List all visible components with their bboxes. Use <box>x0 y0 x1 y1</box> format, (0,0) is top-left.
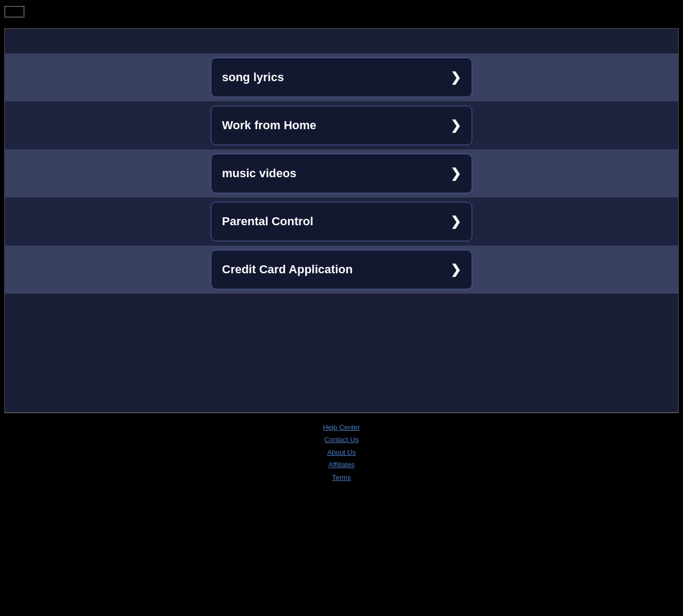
search-button-parental-control[interactable]: Parental Control❯ <box>211 202 472 241</box>
chevron-right-icon: ❯ <box>450 118 461 133</box>
search-item-row: music videos❯ <box>5 149 678 198</box>
related-searches-label <box>5 45 678 53</box>
search-button-music-videos[interactable]: music videos❯ <box>211 154 472 193</box>
search-button-text-work-from-home: Work from Home <box>222 119 316 132</box>
search-item-row: Credit Card Application❯ <box>5 246 678 294</box>
footer-link-about-us[interactable]: About Us <box>0 446 683 459</box>
chevron-right-icon: ❯ <box>450 70 461 85</box>
footer-link-affiliates[interactable]: Affiliates <box>0 459 683 471</box>
search-item-row: Work from Home❯ <box>5 101 678 149</box>
search-button-work-from-home[interactable]: Work from Home❯ <box>211 106 472 145</box>
footer-link-help-center[interactable]: Help Center <box>0 421 683 433</box>
footer: Help CenterContact UsAbout UsAffiliatesT… <box>0 413 683 492</box>
chevron-right-icon: ❯ <box>450 262 461 277</box>
search-button-text-song-lyrics: song lyrics <box>222 70 284 84</box>
browser-icon[interactable] <box>4 6 25 18</box>
footer-link-contact-us[interactable]: Contact Us <box>0 433 683 446</box>
search-item-row: Parental Control❯ <box>5 198 678 246</box>
search-item-row: song lyrics❯ <box>5 53 678 101</box>
results-wrapper: song lyrics❯Work from Home❯music videos❯… <box>5 53 678 310</box>
main-container: song lyrics❯Work from Home❯music videos❯… <box>4 28 679 413</box>
hosting-text <box>0 22 683 28</box>
search-button-text-music-videos: music videos <box>222 167 296 180</box>
search-button-credit-card-application[interactable]: Credit Card Application❯ <box>211 250 472 289</box>
site-title <box>5 29 678 45</box>
search-button-text-parental-control: Parental Control <box>222 215 313 228</box>
chevron-right-icon: ❯ <box>450 214 461 229</box>
search-button-song-lyrics[interactable]: song lyrics❯ <box>211 58 472 97</box>
top-bar <box>0 0 683 22</box>
search-button-text-credit-card-application: Credit Card Application <box>222 263 353 277</box>
footer-link-terms[interactable]: Terms <box>0 471 683 484</box>
chevron-right-icon: ❯ <box>450 166 461 181</box>
